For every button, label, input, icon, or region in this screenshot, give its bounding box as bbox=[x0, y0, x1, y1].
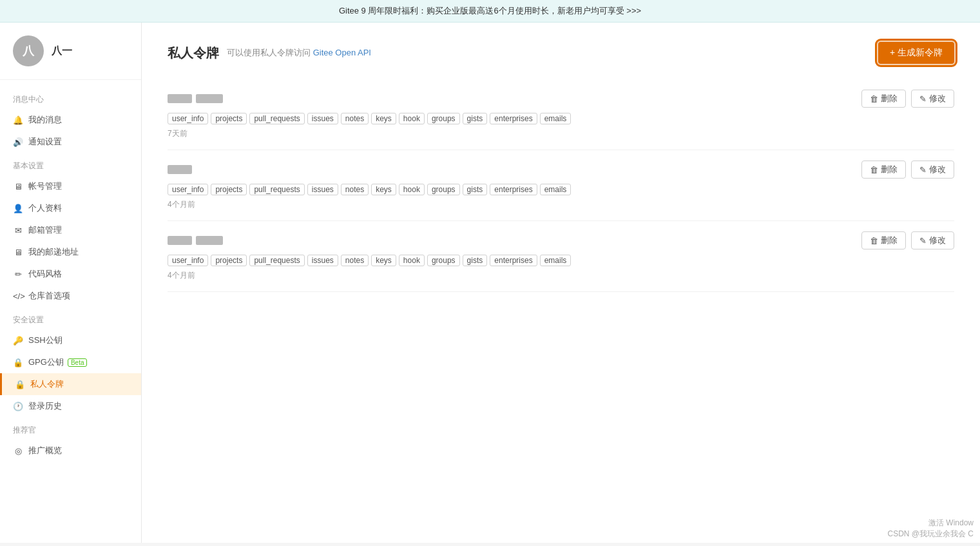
token-item: 🗑 删除 ✎ 修改 user_info projects pull_reques… bbox=[168, 150, 954, 221]
edit-icon: ✎ bbox=[919, 165, 927, 175]
page-header: 私人令牌 可以使用私人令牌访问 Gitee Open API + 生成新令牌 bbox=[168, 42, 954, 64]
token-tag: keys bbox=[371, 184, 396, 195]
code-icon: </> bbox=[13, 291, 23, 301]
sidebar-item-account-management[interactable]: 🖥 帐号管理 bbox=[0, 175, 141, 197]
token-tag: pull_requests bbox=[249, 113, 304, 124]
token-name-part bbox=[196, 94, 223, 103]
token-name-block bbox=[168, 94, 223, 103]
token-name-area bbox=[168, 94, 223, 103]
sidebar-item-my-email-address[interactable]: 🖥 我的邮递地址 bbox=[0, 241, 141, 263]
token-tag: user_info bbox=[168, 113, 208, 124]
token-tag: emails bbox=[540, 113, 572, 124]
token-name-part bbox=[168, 236, 192, 245]
token-tag: keys bbox=[371, 113, 396, 124]
sidebar-item-promotion-overview[interactable]: ◎ 推广概览 bbox=[0, 440, 141, 462]
banner-text: Gitee 9 周年限时福利：购买企业版最高送6个月使用时长，新老用户均可享受 … bbox=[339, 6, 641, 15]
token-tag: groups bbox=[427, 113, 460, 124]
token-time: 7天前 bbox=[168, 128, 954, 139]
token-name-area bbox=[168, 236, 223, 245]
token-tag: enterprises bbox=[490, 184, 537, 195]
token-tag: emails bbox=[540, 255, 572, 266]
token-name-block bbox=[168, 236, 223, 245]
token-actions: 🗑 删除 ✎ 修改 bbox=[861, 161, 954, 179]
token-tag: issues bbox=[307, 184, 338, 195]
monitor-icon: 🖥 bbox=[13, 182, 23, 191]
token-tag: projects bbox=[211, 113, 247, 124]
history-icon: 🕐 bbox=[13, 402, 23, 411]
section-title-basic: 基本设置 bbox=[0, 153, 141, 175]
sidebar-item-ssh-key[interactable]: 🔑 SSH公钥 bbox=[0, 329, 141, 351]
sidebar-username: 八一 bbox=[52, 44, 72, 58]
token-tag: gists bbox=[463, 255, 488, 266]
token-tag: groups bbox=[427, 255, 460, 266]
sidebar-item-my-messages[interactable]: 🔔 我的消息 bbox=[0, 109, 141, 131]
token-name-part bbox=[196, 236, 223, 245]
token-actions: 🗑 删除 ✎ 修改 bbox=[861, 90, 954, 108]
token-actions: 🗑 删除 ✎ 修改 bbox=[861, 231, 954, 249]
sidebar: 八 八一 消息中心 🔔 我的消息 🔊 通知设置 基本设置 🖥 帐号管理 👤 个人… bbox=[0, 23, 142, 543]
token-item: 🗑 删除 ✎ 修改 user_info projects pull_reques… bbox=[168, 221, 954, 292]
person-icon: 👤 bbox=[13, 204, 23, 213]
edit-token-button[interactable]: ✎ 修改 bbox=[911, 90, 954, 108]
edit-token-button[interactable]: ✎ 修改 bbox=[911, 161, 954, 179]
token-name-area bbox=[168, 165, 192, 174]
sidebar-item-login-history[interactable]: 🕐 登录历史 bbox=[0, 395, 141, 417]
edit-token-button[interactable]: ✎ 修改 bbox=[911, 231, 954, 249]
sidebar-item-code-style[interactable]: ✏ 代码风格 bbox=[0, 263, 141, 285]
delete-token-button[interactable]: 🗑 删除 bbox=[861, 231, 906, 249]
token-list: 🗑 删除 ✎ 修改 user_info projects pull_reques… bbox=[168, 79, 954, 292]
delete-token-button[interactable]: 🗑 删除 bbox=[861, 161, 906, 179]
section-title-security: 安全设置 bbox=[0, 307, 141, 329]
bell-icon: 🔔 bbox=[13, 115, 23, 125]
token-tags: user_info projects pull_requests issues … bbox=[168, 184, 954, 195]
sound-icon: 🔊 bbox=[13, 137, 23, 147]
sidebar-item-personal-info[interactable]: 👤 个人资料 bbox=[0, 197, 141, 219]
top-banner: Gitee 9 周年限时福利：购买企业版最高送6个月使用时长，新老用户均可享受 … bbox=[0, 0, 980, 23]
token-name-part bbox=[168, 165, 192, 174]
beta-badge: Beta bbox=[68, 358, 88, 367]
token-tag: notes bbox=[341, 255, 369, 266]
key-icon: 🔑 bbox=[13, 336, 23, 346]
token-tag: pull_requests bbox=[249, 255, 304, 266]
token-tags: user_info projects pull_requests issues … bbox=[168, 113, 954, 124]
trash-icon: 🗑 bbox=[870, 236, 878, 246]
token-tag: projects bbox=[211, 184, 247, 195]
token-tag: emails bbox=[540, 184, 572, 195]
avatar: 八 bbox=[13, 35, 44, 66]
sidebar-item-notification-settings[interactable]: 🔊 通知设置 bbox=[0, 131, 141, 153]
sidebar-item-email-management[interactable]: ✉ 邮箱管理 bbox=[0, 219, 141, 241]
lock-icon: 🔒 bbox=[13, 358, 23, 367]
address-icon: 🖥 bbox=[13, 248, 23, 257]
token-tag: enterprises bbox=[490, 255, 537, 266]
sidebar-item-private-token[interactable]: 🔒 私人令牌 bbox=[0, 373, 141, 395]
api-link[interactable]: Gitee Open API bbox=[313, 48, 371, 57]
token-time: 4个月前 bbox=[168, 199, 954, 210]
token-tag: hook bbox=[399, 184, 425, 195]
token-tag: notes bbox=[341, 113, 369, 124]
token-tag: user_info bbox=[168, 184, 208, 195]
page-title: 私人令牌 bbox=[168, 44, 219, 62]
watermark: 激活 Window CSDN @我玩业余我会 C bbox=[887, 518, 974, 540]
token-tag: groups bbox=[427, 184, 460, 195]
token-tag: hook bbox=[399, 255, 425, 266]
sidebar-item-repo-preferences[interactable]: </> 仓库首选项 bbox=[0, 285, 141, 307]
trash-icon: 🗑 bbox=[870, 165, 878, 175]
user-profile-area: 八 八一 bbox=[0, 23, 141, 80]
token-name-part bbox=[168, 94, 192, 103]
token-tag: notes bbox=[341, 184, 369, 195]
token-tag: keys bbox=[371, 255, 396, 266]
edit-icon: ✎ bbox=[919, 94, 927, 104]
delete-token-button[interactable]: 🗑 删除 bbox=[861, 90, 906, 108]
generate-token-button[interactable]: + 生成新令牌 bbox=[878, 42, 954, 64]
page-subtitle: 可以使用私人令牌访问 Gitee Open API bbox=[227, 47, 371, 59]
token-icon: 🔒 bbox=[15, 380, 25, 389]
token-tag: hook bbox=[399, 113, 425, 124]
sidebar-item-gpg-key[interactable]: 🔒 GPG公钥 Beta bbox=[0, 351, 141, 373]
section-title-messages: 消息中心 bbox=[0, 86, 141, 109]
token-time: 4个月前 bbox=[168, 270, 954, 281]
overview-icon: ◎ bbox=[13, 446, 23, 456]
token-tag: enterprises bbox=[490, 113, 537, 124]
token-tag: gists bbox=[463, 113, 488, 124]
trash-icon: 🗑 bbox=[870, 94, 878, 104]
token-item: 🗑 删除 ✎ 修改 user_info projects pull_reques… bbox=[168, 79, 954, 150]
